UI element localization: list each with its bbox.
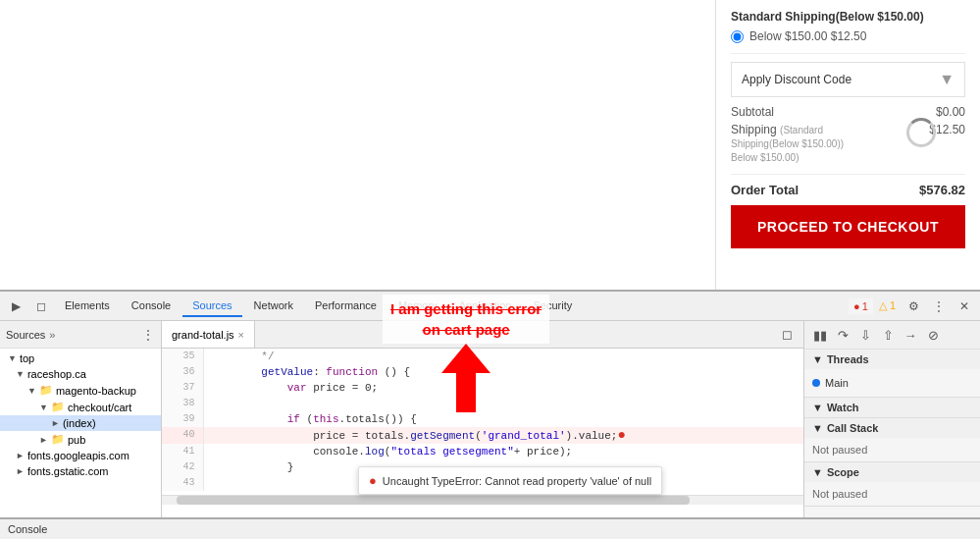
tree-label-raceshop: raceshop.ca <box>27 368 86 380</box>
line-number: 39 <box>162 411 203 427</box>
tree-item-top[interactable]: ▼ top <box>0 350 161 366</box>
shipping-radio[interactable] <box>731 30 744 43</box>
line-number: 35 <box>162 349 203 364</box>
tab-security[interactable]: Security <box>523 296 582 317</box>
top-section: Standard Shipping(Below $150.00) Below $… <box>0 0 980 290</box>
code-line-37: 37 var price = 0; <box>162 380 803 396</box>
deactivate-btn[interactable]: ⊘ <box>923 325 943 345</box>
right-panel: Standard Shipping(Below $150.00) Below $… <box>715 0 980 290</box>
editor-actions: ◻ <box>770 324 803 346</box>
code-line-38: 38 <box>162 396 803 411</box>
device-icon[interactable]: ◻ <box>29 295 53 318</box>
code-content: getValue: function () { <box>203 364 803 380</box>
debug-panel: ▮▮ ↷ ⇩ ⇧ → ⊘ ▼ Threads Main <box>803 321 980 539</box>
console-bar: Console <box>0 517 980 539</box>
shipping-title: Standard Shipping(Below $150.00) <box>731 10 965 24</box>
tree-item-pub[interactable]: ► 📁 pub <box>0 431 161 448</box>
file-tree: ▼ top ▼ raceshop.ca ▼ 📁 magento-backup ▼… <box>0 349 161 539</box>
tab-application[interactable]: Application <box>449 296 522 317</box>
error-tooltip-message: Uncaught TypeError: Cannot read property… <box>383 475 651 487</box>
checkout-button[interactable]: Proceed to Checkout <box>731 205 965 248</box>
line-number: 38 <box>162 396 203 411</box>
horizontal-scrollbar[interactable] <box>162 495 803 505</box>
tree-item-gstatic[interactable]: ► fonts.gstatic.com <box>0 463 161 479</box>
tree-item-gfonts[interactable]: ► fonts.googleapis.com <box>0 448 161 463</box>
scope-section: ▼ Scope Not paused <box>804 462 980 507</box>
step-over-btn[interactable]: ↷ <box>833 325 852 345</box>
step-btn[interactable]: → <box>901 325 920 345</box>
folder-icon-checkout: 📁 <box>51 401 65 413</box>
error-badge: ● 1 <box>849 298 873 314</box>
tree-item-checkout[interactable]: ▼ 📁 checkout/cart <box>0 399 161 415</box>
expand-arrow-index: ► <box>51 418 60 428</box>
watch-header[interactable]: ▼ Watch <box>804 398 980 417</box>
folder-icon-pub: 📁 <box>51 433 65 446</box>
code-area[interactable]: 35 */ 36 getValue: function () { 37 var … <box>162 349 803 519</box>
scope-header[interactable]: ▼ Scope <box>804 462 980 482</box>
close-devtools-icon[interactable]: ✕ <box>953 295 976 318</box>
inspect-icon[interactable]: ▶ <box>4 295 27 318</box>
expand-arrow-gstatic: ► <box>16 466 25 476</box>
apply-discount-row[interactable]: Apply Discount Code ▼ <box>731 62 965 97</box>
tab-sources[interactable]: Sources <box>182 296 241 317</box>
call-stack-section: ▼ Call Stack Not paused <box>804 418 980 462</box>
line-number: 42 <box>162 459 203 475</box>
tab-performance[interactable]: Performance <box>305 296 387 317</box>
sources-more-btn[interactable]: » <box>49 329 55 341</box>
tree-item-magento[interactable]: ▼ 📁 magento-backup <box>0 382 161 399</box>
devtools-main: Sources » ⋮ ▼ top ▼ raceshop.ca ▼ 📁 mage… <box>0 321 980 539</box>
debug-toolbar: ▮▮ ↷ ⇩ ⇧ → ⊘ <box>804 321 980 350</box>
maximize-editor-btn[interactable]: ◻ <box>776 324 798 346</box>
call-stack-header[interactable]: ▼ Call Stack <box>804 418 980 438</box>
sources-panel: Sources » ⋮ ▼ top ▼ raceshop.ca ▼ 📁 mage… <box>0 321 162 539</box>
tree-label-gfonts: fonts.googleapis.com <box>27 450 129 461</box>
call-stack-content: Not paused <box>804 438 980 461</box>
shipping-option: Below $150.00 $12.50 <box>731 29 965 43</box>
pause-btn[interactable]: ▮▮ <box>810 325 830 345</box>
subtotal-label: Subtotal <box>731 105 774 119</box>
code-editor: grand-total.js × ◻ 35 */ 36 <box>162 321 803 539</box>
scope-status: Not paused <box>812 488 867 500</box>
settings-icon[interactable]: ⚙ <box>902 295 925 318</box>
code-line-36: 36 getValue: function () { <box>162 364 803 380</box>
step-into-btn[interactable]: ⇩ <box>855 325 875 345</box>
threads-content: Main <box>804 369 980 397</box>
warning-badge: △ 1 <box>875 297 900 314</box>
shipping-option-label: Below $150.00 $12.50 <box>749 29 866 43</box>
main-thread-label: Main <box>825 377 849 389</box>
code-line-41: 41 console.log("totals getsegment"+ pric… <box>162 444 803 459</box>
call-stack-label: Call Stack <box>827 422 879 434</box>
file-tab[interactable]: grand-total.js × <box>162 321 255 348</box>
order-total-value: $576.82 <box>919 183 965 197</box>
more-options-icon[interactable]: ⋮ <box>927 295 951 318</box>
scope-label: Scope <box>827 466 859 478</box>
tree-label-checkout: checkout/cart <box>68 402 131 413</box>
chevron-down-icon: ▼ <box>939 71 954 88</box>
tree-item-raceshop[interactable]: ▼ raceshop.ca <box>0 366 161 382</box>
threads-label: Threads <box>827 353 869 365</box>
line-number: 36 <box>162 364 203 380</box>
threads-arrow: ▼ <box>812 353 823 365</box>
tree-label-pub: pub <box>68 434 85 446</box>
left-area <box>0 0 715 290</box>
tab-console[interactable]: Console <box>122 296 181 317</box>
tab-memory[interactable]: Memory <box>388 296 447 317</box>
line-number: 37 <box>162 380 203 396</box>
code-line-39: 39 if (this.totals()) { <box>162 411 803 427</box>
tree-item-index[interactable]: ► (index) <box>0 415 161 431</box>
order-total-row: Order Total $576.82 <box>731 174 965 197</box>
file-tab-label: grand-total.js <box>172 329 234 341</box>
folder-icon-magento: 📁 <box>39 384 53 397</box>
tab-elements[interactable]: Elements <box>55 296 120 317</box>
threads-header[interactable]: ▼ Threads <box>804 350 980 369</box>
code-content: if (this.totals()) { <box>203 411 803 427</box>
sources-menu-btn[interactable]: ⋮ <box>141 327 155 343</box>
file-tab-close[interactable]: × <box>238 329 244 341</box>
devtools-panel: ▶ ◻ Elements Console Sources Network Per… <box>0 290 980 539</box>
step-out-btn[interactable]: ⇧ <box>878 325 898 345</box>
call-stack-status: Not paused <box>812 444 867 456</box>
subtotal-value: $0.00 <box>936 105 965 119</box>
console-label: Console <box>8 523 47 535</box>
tab-network[interactable]: Network <box>244 296 303 317</box>
tree-label-index: (index) <box>63 417 96 429</box>
